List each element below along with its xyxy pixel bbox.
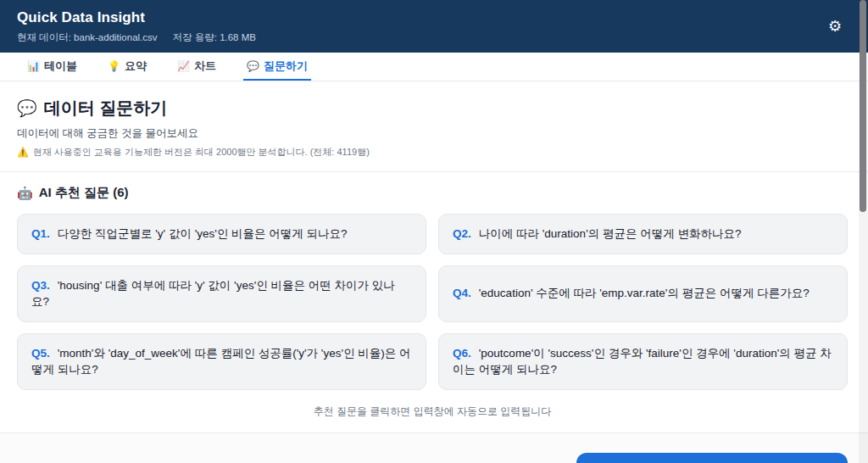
question-number: Q5.	[31, 347, 50, 360]
app-title: Quick Data Insight	[17, 9, 848, 26]
storage-label: 저장 용량: 1.68 MB	[173, 31, 256, 44]
page-title-text: 데이터 질문하기	[44, 97, 168, 120]
tab-chart-label: 차트	[194, 59, 216, 74]
limit-warning: ⚠️ 현재 사용중인 교육용 기능제한 버전은 최대 2000행만 분석합니다.…	[17, 146, 848, 159]
question-number: Q2.	[453, 227, 471, 240]
scrollbar-thumb[interactable]	[860, 0, 866, 212]
scrollbar-track[interactable]	[859, 0, 868, 463]
suggestions-section: 🤖 AI 추천 질문 (6) Q1.다양한 직업군별로 'y' 값이 'yes'…	[0, 172, 868, 432]
page-subtitle: 데이터에 대해 궁금한 것을 물어보세요	[17, 126, 848, 141]
tab-bar: 📊 테이블 💡 요약 📈 차트 💬 질문하기	[0, 53, 868, 81]
tab-ask-label: 질문하기	[264, 59, 308, 74]
robot-icon: 🤖	[17, 186, 33, 201]
question-number: Q6.	[453, 347, 471, 360]
tab-summary[interactable]: 💡 요약	[104, 53, 150, 81]
suggestions-grid: Q1.다양한 직업군별로 'y' 값이 'yes'인 비율은 어떻게 되나요? …	[17, 214, 848, 390]
settings-gear-icon[interactable]: ⚙	[826, 17, 844, 36]
question-text: 'housing' 대출 여부에 따라 'y' 값이 'yes'인 비율은 어떤…	[31, 279, 395, 309]
tab-table-label: 테이블	[44, 59, 77, 74]
chat-area: 연령대별로 평균 통화 시간(duration)은 어떻게 다른가요? 오후 1…	[0, 433, 868, 463]
tab-table[interactable]: 📊 테이블	[24, 53, 81, 81]
header-meta: 현재 데이터: bank-additional.csv 저장 용량: 1.68 …	[17, 31, 848, 44]
suggestions-title-text: AI 추천 질문 (6)	[39, 185, 129, 201]
warning-icon: ⚠️	[17, 147, 29, 158]
user-chat-bubble: 연령대별로 평균 통화 시간(duration)은 어떻게 다른가요? 오후 1…	[576, 453, 848, 463]
suggestion-card-q6[interactable]: Q6.'poutcome'이 'success'인 경우와 'failure'인…	[438, 333, 848, 390]
question-number: Q4.	[453, 287, 471, 299]
table-chart-icon: 📊	[27, 60, 40, 72]
suggestion-card-q4[interactable]: Q4.'education' 수준에 따라 'emp.var.rate'의 평균…	[438, 265, 848, 322]
page-title: 💬 데이터 질문하기	[17, 97, 848, 120]
app-header: Quick Data Insight 현재 데이터: bank-addition…	[0, 0, 868, 53]
suggestions-hint: 추천 질문을 클릭하면 입력창에 자동으로 입력됩니다	[17, 404, 848, 432]
suggestion-card-q3[interactable]: Q3.'housing' 대출 여부에 따라 'y' 값이 'yes'인 비율은…	[17, 265, 426, 322]
question-number: Q1.	[31, 227, 50, 240]
tab-chart[interactable]: 📈 차트	[174, 53, 220, 81]
question-text: 'poutcome'이 'success'인 경우와 'failure'인 경우…	[453, 347, 832, 377]
tab-ask[interactable]: 💬 질문하기	[243, 53, 311, 81]
bulb-icon: 💡	[108, 60, 120, 72]
question-text: 다양한 직업군별로 'y' 값이 'yes'인 비율은 어떻게 되나요?	[58, 227, 348, 240]
qa-heading-section: 💬 데이터 질문하기 데이터에 대해 궁금한 것을 물어보세요 ⚠️ 현재 사용…	[0, 81, 868, 159]
question-text: 나이에 따라 'duration'의 평균은 어떻게 변화하나요?	[479, 227, 742, 240]
suggestion-card-q5[interactable]: Q5.'month'와 'day_of_week'에 따른 캠페인 성공률('y…	[17, 333, 426, 390]
suggestions-title: 🤖 AI 추천 질문 (6)	[17, 185, 848, 201]
line-chart-icon: 📈	[177, 60, 190, 72]
speech-bubble-icon: 💬	[247, 60, 259, 72]
speech-bubble-icon: 💬	[17, 98, 37, 118]
question-text: 'month'와 'day_of_week'에 따른 캠페인 성공률('y'가 …	[31, 347, 410, 377]
limit-warning-text: 현재 사용중인 교육용 기능제한 버전은 최대 2000행만 분석합니다. (전…	[33, 146, 370, 159]
question-text: 'education' 수준에 따라 'emp.var.rate'의 평균은 어…	[479, 287, 810, 299]
current-data-label: 현재 데이터: bank-additional.csv	[17, 31, 158, 44]
suggestion-card-q2[interactable]: Q2.나이에 따라 'duration'의 평균은 어떻게 변화하나요?	[438, 214, 848, 254]
suggestion-card-q1[interactable]: Q1.다양한 직업군별로 'y' 값이 'yes'인 비율은 어떻게 되나요?	[17, 214, 426, 254]
tab-summary-label: 요약	[125, 59, 147, 74]
question-number: Q3.	[31, 279, 50, 292]
